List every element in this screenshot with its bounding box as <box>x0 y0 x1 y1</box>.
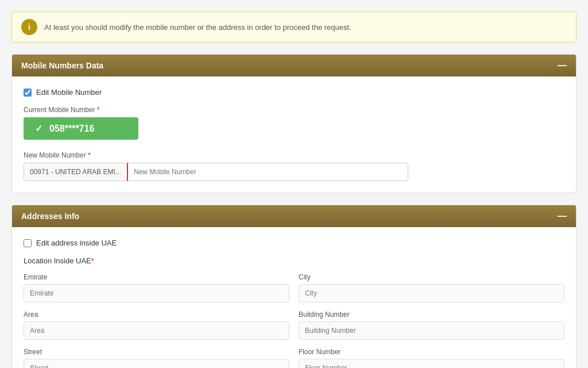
mobile-section-title: Mobile Numbers Data <box>21 61 103 70</box>
address-section-body: Edit address inside UAE Location Inside … <box>12 227 576 368</box>
area-field: Area <box>24 310 289 340</box>
area-label: Area <box>24 310 289 319</box>
address-row-3: Street Floor Number <box>24 348 564 368</box>
emirate-input[interactable] <box>24 284 289 302</box>
city-label: City <box>299 273 564 281</box>
current-number-value: 058****716 <box>49 124 94 134</box>
floor-number-input[interactable] <box>299 359 564 368</box>
country-code-input[interactable] <box>24 163 127 181</box>
street-input[interactable] <box>24 359 289 368</box>
street-field: Street <box>24 348 289 368</box>
address-form-rows: Emirate City Area Building Number <box>24 273 564 368</box>
edit-address-checkbox-row: Edit address inside UAE <box>24 239 564 247</box>
new-mobile-field-wrapper: New Mobile Number * <box>24 151 564 181</box>
mobile-numbers-section: Mobile Numbers Data — Edit Mobile Number… <box>11 54 577 193</box>
edit-mobile-label[interactable]: Edit Mobile Number <box>36 88 102 97</box>
edit-mobile-checkbox[interactable] <box>24 89 32 97</box>
building-number-input[interactable] <box>299 321 564 340</box>
current-number-display: ✓ 058****716 <box>24 117 138 140</box>
edit-mobile-checkbox-row: Edit Mobile Number <box>24 88 564 97</box>
area-input[interactable] <box>24 321 289 340</box>
current-mobile-label: Current Mobile Number * <box>24 106 564 114</box>
mobile-input-group <box>24 163 408 181</box>
emirate-label: Emirate <box>24 273 289 281</box>
building-number-field: Building Number <box>299 310 564 340</box>
mobile-section-body: Edit Mobile Number Current Mobile Number… <box>12 76 576 193</box>
emirate-field: Emirate <box>24 273 289 302</box>
edit-address-label[interactable]: Edit address inside UAE <box>36 239 117 247</box>
mobile-section-collapse[interactable]: — <box>558 60 567 71</box>
location-inside-uae-label: Location Inside UAE* <box>24 256 564 265</box>
new-mobile-number-input[interactable] <box>127 163 408 181</box>
address-section-collapse[interactable]: — <box>558 211 567 221</box>
floor-number-label: Floor Number <box>299 348 564 356</box>
edit-address-checkbox[interactable] <box>24 239 32 247</box>
alert-banner: i At least you should modify the mobile … <box>11 12 577 43</box>
address-section-header: Addresses Info — <box>12 205 576 227</box>
address-row-2: Area Building Number <box>24 310 564 340</box>
new-mobile-label: New Mobile Number * <box>24 151 564 159</box>
city-field: City <box>299 273 564 302</box>
address-row-1: Emirate City <box>24 273 564 302</box>
building-number-label: Building Number <box>299 310 564 319</box>
floor-number-field: Floor Number <box>299 348 564 368</box>
alert-text: At least you should modify the mobile nu… <box>44 23 351 32</box>
city-input[interactable] <box>299 284 564 302</box>
addresses-section: Addresses Info — Edit address inside UAE… <box>11 205 577 368</box>
street-label: Street <box>24 348 289 356</box>
address-section-title: Addresses Info <box>21 212 79 221</box>
mobile-section-header: Mobile Numbers Data — <box>12 55 576 76</box>
info-icon: i <box>21 19 37 35</box>
checkmark-icon: ✓ <box>35 123 42 134</box>
